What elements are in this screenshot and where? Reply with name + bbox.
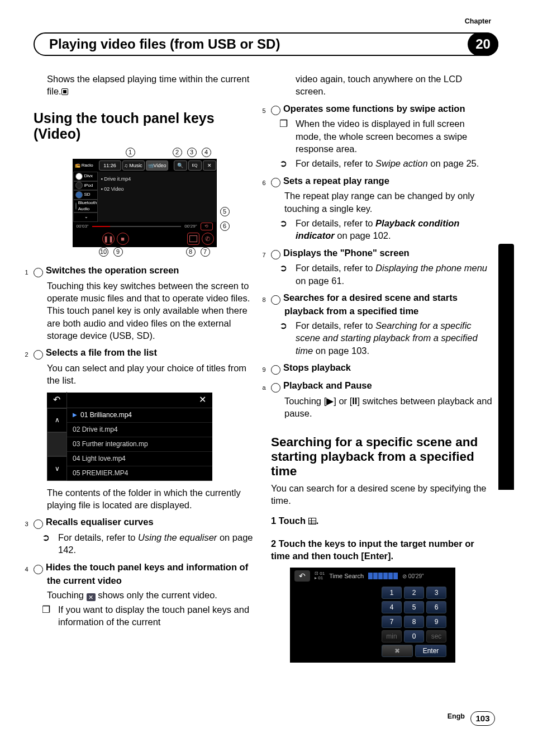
item-1-head: 1Switches the operation screen [34,264,255,277]
item-4-cont: video again, touch anywhere on the LCD s… [271,73,493,98]
back-icon: ↶ [47,392,67,408]
item-8-head: 8Searches for a desired scene and starts… [271,291,493,317]
footer-lang: Engb [448,712,465,721]
cancel-key: ✖ [382,645,413,657]
repeat-icon: ⟲ [201,223,213,230]
callout-6: 6 [220,221,230,231]
filelist-caption: The contents of the folder in which the … [34,486,255,512]
callout-9: 9 [113,247,123,257]
item-10-body: Touching [▶] or [II] switches between pl… [271,395,493,420]
item-6-body: The repeat play range can be changed by … [271,190,493,215]
item-6-head: 6Sets a repeat play range [271,174,493,188]
keypad-figure: ↶ ⊡ 01▸ 01 Time Search ⊘ 00'29" 123 456 … [290,568,455,663]
section-heading: Using the touch panel keys (Video) [34,110,255,143]
step-2: 2 Touch the keys to input the target num… [271,537,493,563]
item-10-head: aPlayback and Pause [271,379,493,393]
callout-1: 1 [126,148,135,157]
stop-button: ■ [117,233,129,245]
footer-page: 103 [470,711,495,726]
item-6-ref: ➲For details, refer to Playback conditio… [271,217,493,242]
close-icon: ✕ [192,394,212,406]
item-4-head: 4Hides the touch panel keys and informat… [34,561,255,587]
chapter-banner: Playing video files (from USB or SD) 20 [34,32,498,56]
enter-key: Enter [415,645,446,657]
side-tab-label: Playing video files (from USB or SD) [498,252,512,475]
back-icon: ↶ [294,570,310,582]
callout-2: 2 [173,148,182,157]
pause-button: ❚❚ [102,233,115,245]
phone-button: ✆ [202,233,214,245]
chapter-title: Playing video files (from USB or SD) [49,35,280,53]
callout-10: 10 [99,247,108,257]
callout-3: 3 [187,148,197,157]
item-5-ref: ➲For details, refer to Swipe action on p… [271,157,493,169]
chapter-label: Chapter [465,17,491,26]
subsection-heading: Searching for a specific scene and start… [271,435,493,479]
intro-text: Shows the elapsed playing time within th… [34,73,255,98]
item-7-head: 7Displays the "Phone" screen [271,247,493,260]
close-icon: ✕ [203,160,216,171]
item-2-head: 2Selects a file from the list [34,346,255,360]
item-4-line2: ❐If you want to display the touch panel … [34,603,255,629]
ui-video-tab: 📹 Video [146,160,168,171]
item-3-ref: ➲For details, refer to Using the equalis… [34,531,255,556]
item-1-body: Touching this key switches between the s… [34,280,255,342]
item-2-body: You can select and play your choice of t… [34,362,255,387]
filelist-figure: ↶ ✕ ∧ ∨ ▶01 Brilliance.mp4 02 Drive it.m… [47,393,212,481]
scroll-down-icon: ∨ [47,456,67,480]
item-5-bullet: ❐When the video is displayed in full scr… [271,117,493,155]
callout-5: 5 [220,207,230,216]
ui-music-tab: ♫ Music [122,160,145,171]
callout-7: 7 [201,247,210,257]
chapter-number-badge: 20 [468,32,498,56]
end-of-section-icon [61,88,68,95]
hide-x-icon: ✕ [87,593,96,601]
left-column: Shows the elapsed playing time within th… [34,73,255,706]
right-column: video again, touch anywhere on the LCD s… [271,73,493,706]
callout-4: 4 [202,148,211,157]
video-ui-figure: 1 2 3 4 📻 Radio 11:26 ♫ Music 📹 Video 🔍 … [62,148,227,259]
keypad-button [187,233,199,245]
subsection-body: You can search for a desired scene by sp… [271,482,493,507]
item-8-ref: ➲For details, refer to Searching for a s… [271,319,493,357]
scroll-up-icon: ∧ [47,408,67,432]
item-5-head: 5Operates some functions by swipe action [271,102,493,116]
item-7-ref: ➲For details, refer to Displaying the ph… [271,262,493,287]
eq-icon: EQ [188,160,202,171]
item-9-head: 9Stops playback [271,361,493,375]
ui-time-chip: 11:26 [99,160,121,171]
item-3-head: 3Recalls equaliser curves [34,516,255,529]
callout-8: 8 [186,247,196,257]
keypad-icon [308,518,316,525]
item-4-line1: Touching ✕ shows only the current video. [34,589,255,601]
search-icon: 🔍 [174,160,187,171]
step-1: 1 Touch . [271,514,493,527]
